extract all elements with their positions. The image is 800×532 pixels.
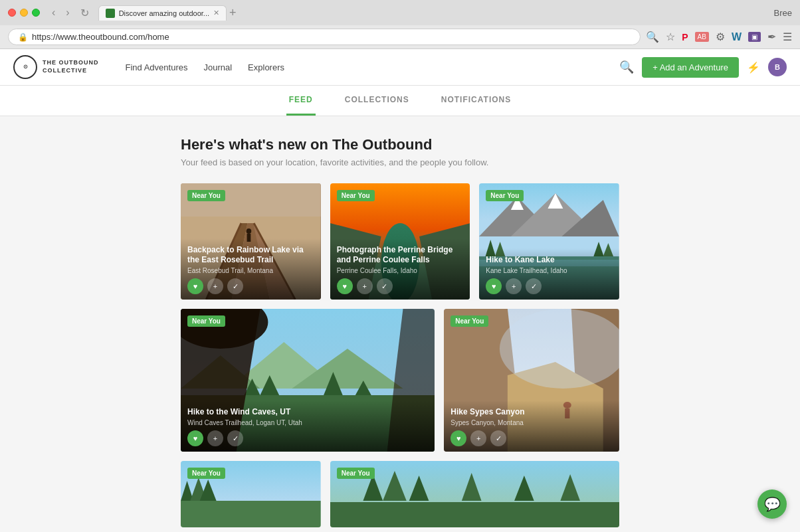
heart-button-1[interactable]: ♥ [187,278,203,294]
user-avatar[interactable]: B [768,58,787,76]
forward-button[interactable]: › [62,5,73,21]
extension-icon-2[interactable]: ▣ [748,32,761,42]
logo-text: THE OUTBOUND COLLECTIVE [43,59,99,74]
pinterest-icon[interactable]: P [682,32,688,43]
card-grid-mid: Near You Hike to the Wind Caves, UT Wind… [181,309,619,452]
card-actions-1: ♥ + ✓ [187,278,314,294]
near-you-badge-4: Near You [187,315,225,327]
card-title-1: Backpack to Rainbow Lake via the East Ro… [187,245,314,266]
address-bar[interactable]: 🔒 https://www.theoutbound.com/home [8,29,641,45]
minimize-dot[interactable] [20,9,28,17]
back-button[interactable]: ‹ [48,5,59,21]
star-icon[interactable]: ☆ [666,31,675,43]
card-actions-5: ♥ + ✓ [450,430,613,446]
card-title-5: Hike Sypes Canyon [450,407,613,418]
tab-close-button[interactable]: ✕ [213,9,219,17]
heart-button-2[interactable]: ♥ [337,278,353,294]
main-nav: Find Adventures Journal Explorers [126,62,620,72]
adventure-card-1[interactable]: Near You Backpack to Rainbow Lake via th… [181,183,321,300]
adventure-card-6[interactable]: Near You [181,461,321,527]
add-button-2[interactable]: + [357,278,373,294]
card-grid-bottom: Near You [181,461,619,527]
tab-collections[interactable]: COLLECTIONS [342,86,412,116]
chat-icon: 💬 [764,496,781,512]
check-button-2[interactable]: ✓ [377,278,393,294]
card-overlay-3: Hike to Kane Lake Kane Lake Trailhead, I… [479,248,619,300]
card-location-1: East Rosebud Trail, Montana [187,267,314,274]
card-title-4: Hike to the Wind Caves, UT [187,407,428,418]
page-subtitle: Your feed is based on your location, fav… [181,157,619,167]
heart-button-5[interactable]: ♥ [450,430,466,446]
card-location-3: Kane Lake Trailhead, Idaho [486,267,613,274]
check-button-4[interactable]: ✓ [227,430,243,446]
card-overlay-4: Hike to the Wind Caves, UT Wind Caves Tr… [181,400,435,452]
logo-area[interactable]: ⊙ THE OUTBOUND COLLECTIVE [13,55,99,79]
card-actions-3: ♥ + ✓ [486,278,613,294]
svg-point-6 [247,228,252,234]
search-icon[interactable]: 🔍 [646,31,659,43]
ssl-lock-icon: 🔒 [18,33,28,42]
url-text: https://www.theoutbound.com/home [32,32,631,42]
refresh-button[interactable]: ↻ [76,5,93,21]
add-button-5[interactable]: + [470,430,486,446]
header-right: 🔍 + Add an Adventure ⚡ B [619,57,787,78]
card-location-2: Perrine Coulee Falls, Idaho [337,267,464,274]
close-dot[interactable] [8,9,16,17]
browser-toolbar-icons: 🔍 ☆ P AB ⚙ W ▣ ✒ ☰ [646,31,792,43]
near-you-badge-2: Near You [337,190,375,201]
adventure-card-4[interactable]: Near You Hike to the Wind Caves, UT Wind… [181,309,435,452]
browser-tab[interactable]: Discover amazing outdoor... ✕ [98,5,227,21]
nav-journal[interactable]: Journal [203,62,232,72]
heart-button-4[interactable]: ♥ [187,430,203,446]
heart-button-3[interactable]: ♥ [486,278,502,294]
card-overlay-1: Backpack to Rainbow Lake via the East Ro… [181,238,321,300]
page-title: Here's what's new on The Outbound [181,136,619,153]
header-search-button[interactable]: 🔍 [619,60,634,74]
app-header: ⊙ THE OUTBOUND COLLECTIVE Find Adventure… [0,49,800,86]
settings-icon[interactable]: ⚙ [716,31,725,43]
browser-dots [8,9,40,17]
adventure-card-3[interactable]: Near You Hike to Kane Lake Kane Lake Tra… [479,183,619,300]
card-grid-top: Near You Backpack to Rainbow Lake via th… [181,183,619,300]
card-overlay-2: Photograph the Perrine Bridge and Perrin… [330,238,470,300]
maximize-dot[interactable] [32,9,40,17]
near-you-badge-1: Near You [187,190,225,201]
card-actions-2: ♥ + ✓ [337,278,464,294]
add-button-3[interactable]: + [506,278,522,294]
chat-bubble-button[interactable]: 💬 [757,489,787,519]
extension-icon-1[interactable]: AB [695,32,709,42]
menu-icon[interactable]: ☰ [783,31,792,43]
wordpress-icon[interactable]: W [732,31,742,43]
tabs-bar: FEED COLLECTIONS NOTIFICATIONS [0,86,800,116]
add-adventure-button[interactable]: + Add an Adventure [642,57,739,78]
new-tab-button[interactable]: + [229,6,237,20]
adventure-card-5[interactable]: Near You Hike Sypes Canyon Sypes Canyon,… [444,309,619,452]
browser-user: Bree [774,8,792,18]
logo-icon: ⊙ [13,55,37,79]
adventure-card-7[interactable]: Near You [330,461,619,527]
add-button-1[interactable]: + [207,278,223,294]
tab-favicon [106,9,115,18]
browser-addressbar: 🔒 https://www.theoutbound.com/home 🔍 ☆ P… [0,25,800,48]
check-button-5[interactable]: ✓ [490,430,506,446]
browser-chrome: ‹ › ↻ Discover amazing outdoor... ✕ + Br… [0,0,800,49]
card-title-3: Hike to Kane Lake [486,255,613,266]
check-button-1[interactable]: ✓ [227,278,243,294]
pen-icon[interactable]: ✒ [767,31,776,43]
card-location-4: Wind Caves Trailhead, Logan UT, Utah [187,419,428,426]
lightning-icon: ⚡ [747,61,760,74]
near-you-badge-7: Near You [337,468,375,479]
nav-find-adventures[interactable]: Find Adventures [126,62,188,72]
main-content: Here's what's new on The Outbound Your f… [167,116,633,532]
svg-rect-48 [181,501,321,527]
tab-feed[interactable]: FEED [286,86,316,116]
adventure-card-2[interactable]: Near You Photograph the Perrine Bridge a… [330,183,470,300]
browser-nav-buttons: ‹ › ↻ [48,5,93,21]
nav-explorers[interactable]: Explorers [248,62,284,72]
check-button-3[interactable]: ✓ [526,278,542,294]
tab-notifications[interactable]: NOTIFICATIONS [439,86,514,116]
add-button-4[interactable]: + [207,430,223,446]
tab-title: Discover amazing outdoor... [119,9,209,17]
near-you-badge-5: Near You [450,315,488,327]
card-title-2: Photograph the Perrine Bridge and Perrin… [337,245,464,266]
